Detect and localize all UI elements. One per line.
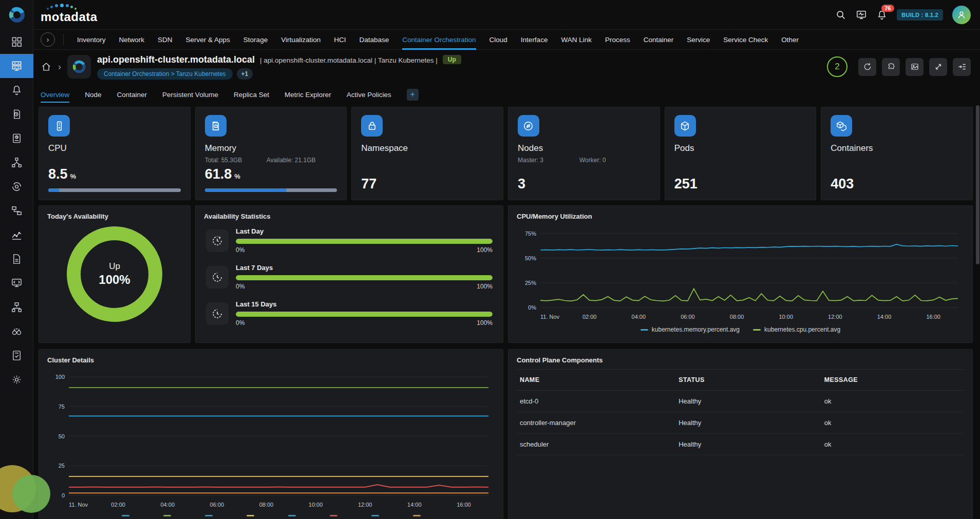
nav-item-service-check[interactable]: Service Check [723, 30, 768, 50]
table-row[interactable]: scheduler Healthy ok [517, 434, 964, 455]
cell-message: ok [824, 419, 961, 427]
cpu-memory-utilization-chart[interactable]: 0%25%50%75%11. Nov02:0004:0006:0008:0010… [517, 221, 964, 324]
nav-item-storage[interactable]: Storage [243, 30, 268, 50]
nav-item-container-orchestration[interactable]: Container Orchestration [402, 30, 476, 50]
breadcrumb-path-pill[interactable]: Container Orchestration > Tanzu Kubernet… [97, 68, 233, 80]
nav-item-virtualization[interactable]: Virtualization [281, 30, 321, 50]
monitor-activity-icon[interactable] [856, 9, 867, 21]
dashboard-icon[interactable] [0, 30, 33, 54]
scrollbar-thumb[interactable] [976, 105, 979, 264]
donut-status: Up [109, 261, 120, 272]
nodes-substats: Master: 3 Worker: 0 [518, 157, 650, 164]
availability-donut: Up 100% [67, 226, 162, 322]
monitor-inventory-icon[interactable] [0, 54, 33, 78]
nav-item-other[interactable]: Other [781, 30, 799, 50]
svg-text:14:00: 14:00 [407, 502, 422, 508]
nav-item-server-apps[interactable]: Server & Apps [186, 30, 230, 50]
main-content: CPU 8.5 % Memory Total: 55.3GB Available… [33, 104, 980, 519]
vertical-scrollbar[interactable] [976, 85, 979, 516]
agent-console-icon[interactable] [0, 271, 33, 295]
table-row[interactable]: controller-manager Healthy ok [517, 412, 964, 434]
cpu-value: 8.5 % [48, 166, 181, 182]
tab-metric-explorer[interactable]: Metric Explorer [285, 85, 331, 104]
cluster-details-legend-cropped [47, 515, 495, 517]
notifications-bell-icon[interactable]: 76 [876, 9, 888, 21]
nav-item-inventory[interactable]: Inventory [77, 30, 106, 50]
report-icon[interactable] [0, 126, 33, 150]
tab-overview[interactable]: Overview [41, 85, 69, 104]
workflow-icon[interactable] [0, 199, 33, 223]
table-header-row: NAME STATUS MESSAGE [517, 369, 964, 391]
scheduled-report-icon[interactable] [0, 102, 33, 126]
svg-text:11. Nov: 11. Nov [540, 314, 560, 320]
value-number: 61.8 [205, 166, 232, 182]
availability-row-last-7-days: Last 7 Days 0% 100% [206, 264, 493, 290]
nav-item-hci[interactable]: HCI [334, 30, 346, 50]
details-row: Cluster Details 025507510011. Nov02:0004… [39, 349, 973, 519]
availability-bar [236, 239, 493, 244]
motadata-mark-logo[interactable] [0, 0, 33, 30]
topology-icon[interactable] [0, 150, 33, 175]
nav-item-service[interactable]: Service [687, 30, 710, 50]
metric-trend-icon[interactable] [0, 223, 33, 247]
card-title: Containers [831, 143, 963, 153]
nav-item-interface[interactable]: Interface [521, 30, 548, 50]
nav-item-container[interactable]: Container [644, 30, 674, 50]
discovery-icon[interactable] [0, 319, 33, 343]
column-header-message[interactable]: MESSAGE [824, 376, 961, 383]
legend-item-memory[interactable]: kubernetes.memory.percent.avg [640, 326, 740, 333]
legend-item-cpu[interactable]: kubernetes.cpu.percent.avg [753, 326, 840, 333]
column-header-status[interactable]: STATUS [679, 376, 824, 383]
nav-item-cloud[interactable]: Cloud [489, 30, 507, 50]
search-icon[interactable] [835, 9, 846, 21]
tab-active-policies[interactable]: Active Policies [347, 85, 391, 104]
tab-container[interactable]: Container [117, 85, 147, 104]
sidebar [0, 0, 33, 519]
tab-replica-set[interactable]: Replica Set [234, 85, 269, 104]
entity-logo-tile[interactable] [67, 55, 91, 79]
compliance-icon[interactable] [0, 343, 33, 368]
chart-legend: kubernetes.memory.percent.avg kubernetes… [517, 326, 964, 333]
alerts-icon[interactable] [0, 78, 33, 102]
log-file-icon[interactable] [0, 247, 33, 271]
expand-button[interactable] [929, 58, 947, 76]
nav-item-network[interactable]: Network [119, 30, 145, 50]
nav-item-sdn[interactable]: SDN [158, 30, 173, 50]
cluster-details-chart[interactable]: 025507510011. Nov02:0004:0006:0008:0010:… [47, 365, 495, 513]
add-tab-button[interactable]: + [407, 89, 419, 101]
legend-label: kubernetes.memory.percent.avg [652, 326, 740, 333]
home-icon[interactable] [41, 61, 52, 72]
settings-icon[interactable] [0, 368, 33, 392]
tab-persistent-volume[interactable]: Persistent Volume [162, 85, 218, 104]
ncm-icon[interactable] [0, 295, 33, 319]
decorative-green-circle [12, 475, 50, 513]
nav-item-database[interactable]: Database [359, 30, 389, 50]
history-clock-icon [206, 302, 229, 325]
control-plane-table: NAME STATUS MESSAGE etcd-0 Healthy ok co… [517, 369, 964, 455]
plugin-button[interactable] [882, 58, 900, 76]
logo-dot [47, 8, 49, 10]
cpu-memory-utilization-card: CPU/Memory Utilization 0%25%50%75%11. No… [508, 205, 973, 343]
tab-node[interactable]: Node [85, 85, 101, 104]
automation-icon[interactable] [0, 175, 33, 199]
bar-min-label: 0% [236, 283, 244, 290]
nav-item-process[interactable]: Process [605, 30, 630, 50]
collapse-panel-button[interactable] [953, 58, 971, 76]
user-avatar[interactable] [952, 6, 971, 24]
cell-message: ok [824, 440, 961, 448]
table-row[interactable]: etcd-0 Healthy ok [517, 391, 964, 412]
more-tags-pill[interactable]: +1 [237, 68, 253, 80]
nav-expand-chevron-icon[interactable]: › [41, 32, 55, 47]
cell-name: etcd-0 [520, 397, 679, 405]
policy-count-badge[interactable]: 2 [827, 56, 847, 77]
refresh-button[interactable] [858, 58, 876, 76]
availability-bar [236, 312, 493, 317]
column-header-name[interactable]: NAME [520, 376, 679, 383]
build-version-badge[interactable]: BUILD : 8.1.2 [897, 9, 943, 21]
snapshot-image-button[interactable] [906, 58, 924, 76]
main-nav: › Inventory Network SDN Server & Apps St… [33, 30, 980, 50]
nav-item-wan-link[interactable]: WAN Link [561, 30, 592, 50]
nodes-master: Master: 3 [518, 157, 579, 164]
memory-icon [205, 115, 227, 137]
legend-label: kubernetes.cpu.percent.avg [764, 326, 840, 333]
